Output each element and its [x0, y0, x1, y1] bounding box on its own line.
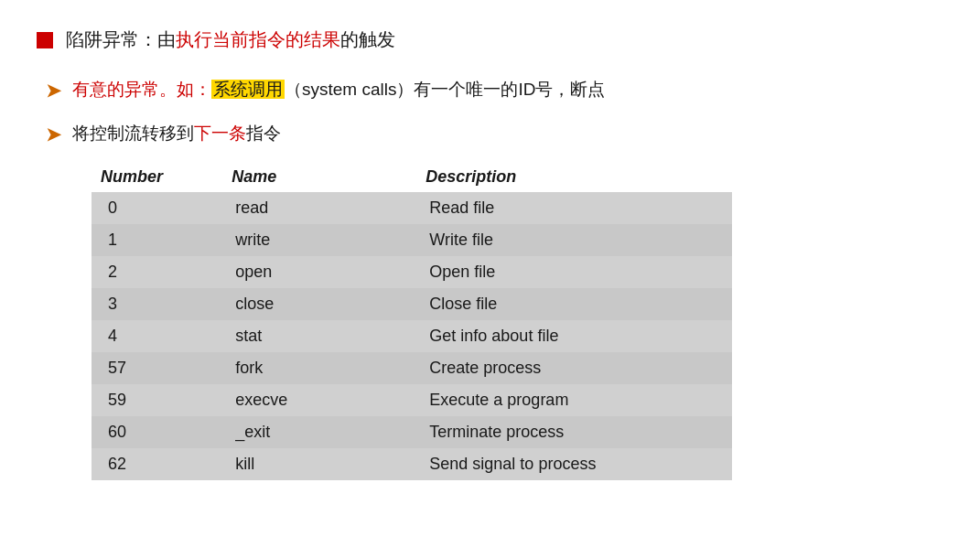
table-row: 57forkCreate process: [92, 352, 732, 384]
header-suffix: 的触发: [340, 29, 395, 49]
cell-description: Open file: [416, 256, 732, 288]
cell-description: Execute a program: [416, 384, 732, 416]
col-header-name: Name: [222, 162, 416, 192]
cell-description: Write file: [416, 224, 732, 256]
table-row: 62killSend signal to process: [92, 448, 732, 480]
arrow-icon-1: ➤: [46, 80, 61, 102]
cell-name: close: [222, 288, 416, 320]
cell-name: read: [222, 192, 416, 224]
bullet-row-1: ➤ 有意的异常。如：系统调用（system calls）有一个唯一的ID号，断点: [46, 78, 943, 102]
red-square-icon: [37, 32, 53, 48]
cell-number: 4: [92, 320, 222, 352]
table-row: 0readRead file: [92, 192, 732, 224]
header-text: 陷阱异常：由执行当前指令的结果的触发: [66, 27, 395, 52]
cell-name: execve: [222, 384, 416, 416]
col-header-description: Description: [416, 162, 732, 192]
cell-number: 57: [92, 352, 222, 384]
cell-description: Terminate process: [416, 416, 732, 448]
syscall-table-container: Number Name Description 0readRead file1w…: [92, 162, 943, 480]
bullet1-highlight: 系统调用: [211, 80, 285, 99]
cell-description: Read file: [416, 192, 732, 224]
cell-number: 0: [92, 192, 222, 224]
cell-name: write: [222, 224, 416, 256]
cell-number: 1: [92, 224, 222, 256]
cell-number: 3: [92, 288, 222, 320]
table-row: 59execveExecute a program: [92, 384, 732, 416]
bullet2-highlight: 下一条: [194, 123, 246, 143]
bullet2-suffix: 指令: [246, 123, 281, 143]
table-row: 3closeClose file: [92, 288, 732, 320]
cell-name: open: [222, 256, 416, 288]
arrow-icon-2: ➤: [46, 123, 61, 145]
cell-name: stat: [222, 320, 416, 352]
table-row: 2openOpen file: [92, 256, 732, 288]
bullet1-red-prefix: 有意的异常。如：: [72, 80, 211, 99]
table-row: 1writeWrite file: [92, 224, 732, 256]
table-header-row: Number Name Description: [92, 162, 732, 192]
section-header: 陷阱异常：由执行当前指令的结果的触发: [37, 27, 943, 52]
cell-number: 62: [92, 448, 222, 480]
bullet-text-1: 有意的异常。如：系统调用（system calls）有一个唯一的ID号，断点: [72, 78, 605, 102]
table-row: 60_exitTerminate process: [92, 416, 732, 448]
cell-description: Close file: [416, 288, 732, 320]
table-row: 4statGet info about file: [92, 320, 732, 352]
bullet-section-2: ➤ 将控制流转移到下一条指令 Number Name Description 0…: [37, 122, 943, 480]
cell-number: 59: [92, 384, 222, 416]
cell-description: Get info about file: [416, 320, 732, 352]
header-prefix: 陷阱异常：由: [66, 29, 176, 49]
bullet-row-2: ➤ 将控制流转移到下一条指令: [46, 122, 943, 145]
bullet1-suffix: （system calls）有一个唯一的ID号，断点: [285, 80, 605, 99]
cell-name: _exit: [222, 416, 416, 448]
bullet-section-1: ➤ 有意的异常。如：系统调用（system calls）有一个唯一的ID号，断点: [37, 78, 943, 102]
bullet2-prefix: 将控制流转移到: [72, 123, 194, 143]
cell-number: 60: [92, 416, 222, 448]
header-highlight: 执行当前指令的结果: [176, 29, 340, 49]
cell-name: kill: [222, 448, 416, 480]
cell-number: 2: [92, 256, 222, 288]
syscall-table: Number Name Description 0readRead file1w…: [92, 162, 732, 480]
cell-description: Create process: [416, 352, 732, 384]
bullet-text-2: 将控制流转移到下一条指令: [72, 122, 281, 145]
col-header-number: Number: [92, 162, 222, 192]
cell-name: fork: [222, 352, 416, 384]
cell-description: Send signal to process: [416, 448, 732, 480]
